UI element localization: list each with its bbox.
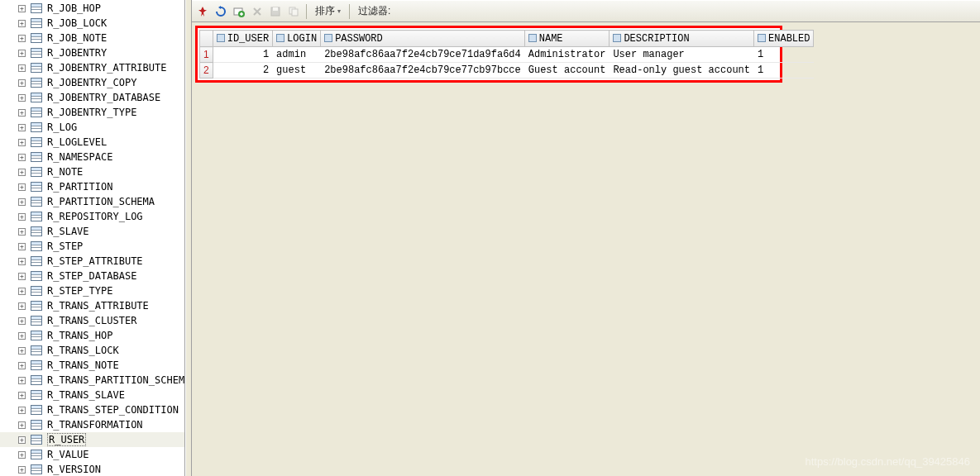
delete-row-icon[interactable] xyxy=(250,4,265,19)
expand-icon[interactable]: + xyxy=(18,154,26,161)
tree-item-r_log[interactable]: +R_LOG xyxy=(0,120,184,135)
expand-icon[interactable]: + xyxy=(18,466,26,474)
expand-icon[interactable]: + xyxy=(18,213,26,221)
tree-item-r_value[interactable]: +R_VALUE xyxy=(0,447,184,462)
cell-password[interactable]: 2be98afc86aa7f2e4cb79ce71da9fa6d4 xyxy=(321,47,525,63)
tree-item-r_version[interactable]: +R_VERSION xyxy=(0,462,184,476)
sort-button[interactable]: 排序 ▾ xyxy=(312,4,344,18)
cell-id_user[interactable]: 2 xyxy=(213,63,272,79)
tree-item-r_jobentry_attribute[interactable]: +R_JOBENTRY_ATTRIBUTE xyxy=(0,60,184,75)
cell-enabled[interactable]: 1 xyxy=(754,63,814,79)
expand-icon[interactable]: + xyxy=(18,392,26,399)
column-header-login[interactable]: LOGIN xyxy=(273,31,321,47)
add-row-icon[interactable] xyxy=(232,4,246,19)
tree-item-r_jobentry_copy[interactable]: +R_JOBENTRY_COPY xyxy=(0,75,184,90)
tree-item-r_job_lock[interactable]: +R_JOB_LOCK xyxy=(0,16,184,31)
tree-item-r_namespace[interactable]: +R_NAMESPACE xyxy=(0,150,184,164)
tree-item-r_trans_partition_schema[interactable]: +R_TRANS_PARTITION_SCHEMA xyxy=(0,373,184,388)
tree-item-r_jobentry_database[interactable]: +R_JOBENTRY_DATABASE xyxy=(0,90,184,105)
expand-icon[interactable]: + xyxy=(18,288,26,295)
expand-icon[interactable]: + xyxy=(18,94,26,102)
tree-item-r_trans_hop[interactable]: +R_TRANS_HOP xyxy=(0,328,184,343)
expand-icon[interactable]: + xyxy=(18,183,26,191)
expand-icon[interactable]: + xyxy=(18,362,26,369)
expand-icon[interactable]: + xyxy=(18,169,26,176)
table-row[interactable]: 22guest2be98afc86aa7f2e4cb79ce77cb97bcce… xyxy=(200,63,814,79)
tree-item-r_jobentry_type[interactable]: +R_JOBENTRY_TYPE xyxy=(0,105,184,120)
expand-icon[interactable]: + xyxy=(18,50,26,57)
tree-item-r_user[interactable]: +R_USER xyxy=(0,432,184,447)
cell-id_user[interactable]: 1 xyxy=(213,47,272,63)
cell-enabled[interactable]: 1 xyxy=(754,47,814,63)
tree-item-r_job_note[interactable]: +R_JOB_NOTE xyxy=(0,31,184,45)
cell-login[interactable]: admin xyxy=(273,47,321,63)
expand-icon[interactable]: + xyxy=(18,317,26,325)
cell-login[interactable]: guest xyxy=(273,63,321,79)
refresh-icon[interactable] xyxy=(213,4,228,19)
column-header-id_user[interactable]: ID_USER xyxy=(213,31,272,47)
cell-name[interactable]: Administrator xyxy=(524,47,610,63)
tree-item-r_loglevel[interactable]: +R_LOGLEVEL xyxy=(0,135,184,150)
expand-icon[interactable]: + xyxy=(18,451,26,459)
copy-icon[interactable] xyxy=(286,4,301,19)
tree-item-r_trans_slave[interactable]: +R_TRANS_SLAVE xyxy=(0,388,184,402)
expand-icon[interactable]: + xyxy=(18,377,26,384)
cell-description[interactable]: User manager xyxy=(610,47,754,63)
tree-item-r_repository_log[interactable]: +R_REPOSITORY_LOG xyxy=(0,209,184,224)
tree-item-r_step[interactable]: +R_STEP xyxy=(0,239,184,254)
row-number[interactable]: 2 xyxy=(200,63,213,79)
column-header-description[interactable]: DESCRIPTION xyxy=(610,31,754,47)
tree-item-r_slave[interactable]: +R_SLAVE xyxy=(0,224,184,239)
expand-icon[interactable]: + xyxy=(18,64,26,72)
tree-item-r_trans_attribute[interactable]: +R_TRANS_ATTRIBUTE xyxy=(0,298,184,313)
grid-corner[interactable] xyxy=(200,31,213,47)
tree-item-r_step_attribute[interactable]: +R_STEP_ATTRIBUTE xyxy=(0,254,184,269)
expand-icon[interactable]: + xyxy=(18,332,26,340)
tree-item-r_partition[interactable]: +R_PARTITION xyxy=(0,179,184,194)
expand-icon[interactable]: + xyxy=(18,421,26,429)
expand-icon[interactable]: + xyxy=(18,20,26,27)
tree-item-r_transformation[interactable]: +R_TRANSFORMATION xyxy=(0,417,184,432)
tree-item-r_step_database[interactable]: +R_STEP_DATABASE xyxy=(0,269,184,283)
expand-icon[interactable]: + xyxy=(18,139,26,146)
expand-icon[interactable]: + xyxy=(18,347,26,355)
expand-icon[interactable]: + xyxy=(18,228,26,236)
tree-item-r_note[interactable]: +R_NOTE xyxy=(0,164,184,179)
cell-password[interactable]: 2be98afc86aa7f2e4cb79ce77cb97bcce xyxy=(321,63,525,79)
content-pane: 排序 ▾ 过滤器: ID_USERLOGINPASSWORDNAMEDESCRI… xyxy=(192,0,980,476)
table-icon xyxy=(31,107,42,117)
expand-icon[interactable]: + xyxy=(18,124,26,131)
expand-icon[interactable]: + xyxy=(18,407,26,414)
tree-item-r_trans_cluster[interactable]: +R_TRANS_CLUSTER xyxy=(0,313,184,328)
expand-icon[interactable]: + xyxy=(18,79,26,87)
save-icon[interactable] xyxy=(268,4,283,19)
expand-icon[interactable]: + xyxy=(18,5,26,12)
expand-icon[interactable]: + xyxy=(18,243,26,250)
cell-description[interactable]: Read-only guest account xyxy=(610,63,754,79)
cell-name[interactable]: Guest account xyxy=(524,63,610,79)
expand-icon[interactable]: + xyxy=(18,258,26,265)
tree-item-r_jobentry[interactable]: +R_JOBENTRY xyxy=(0,45,184,60)
expand-icon[interactable]: + xyxy=(18,436,26,444)
tree-item-r_trans_lock[interactable]: +R_TRANS_LOCK xyxy=(0,343,184,358)
data-grid[interactable]: ID_USERLOGINPASSWORDNAMEDESCRIPTIONENABL… xyxy=(199,30,814,79)
column-header-enabled[interactable]: ENABLED xyxy=(754,31,814,47)
tree-item-r_trans_note[interactable]: +R_TRANS_NOTE xyxy=(0,358,184,373)
tree-item-label: R_PARTITION xyxy=(47,181,112,193)
table-row[interactable]: 11admin2be98afc86aa7f2e4cb79ce71da9fa6d4… xyxy=(200,47,814,63)
column-header-name[interactable]: NAME xyxy=(524,31,610,47)
expand-icon[interactable]: + xyxy=(18,109,26,117)
tree-item-r_job_hop[interactable]: +R_JOB_HOP xyxy=(0,1,184,16)
pin-icon[interactable] xyxy=(195,4,210,19)
expand-icon[interactable]: + xyxy=(18,273,26,280)
splitter[interactable] xyxy=(185,0,192,476)
expand-icon[interactable]: + xyxy=(18,302,26,310)
expand-icon[interactable]: + xyxy=(18,198,26,206)
expand-icon[interactable]: + xyxy=(18,35,26,42)
column-header-password[interactable]: PASSWORD xyxy=(321,31,525,47)
filter-button[interactable]: 过滤器: xyxy=(355,4,394,18)
tree-item-r_step_type[interactable]: +R_STEP_TYPE xyxy=(0,283,184,298)
tree-item-r_trans_step_condition[interactable]: +R_TRANS_STEP_CONDITION xyxy=(0,402,184,417)
row-number[interactable]: 1 xyxy=(200,47,213,63)
tree-item-r_partition_schema[interactable]: +R_PARTITION_SCHEMA xyxy=(0,194,184,209)
